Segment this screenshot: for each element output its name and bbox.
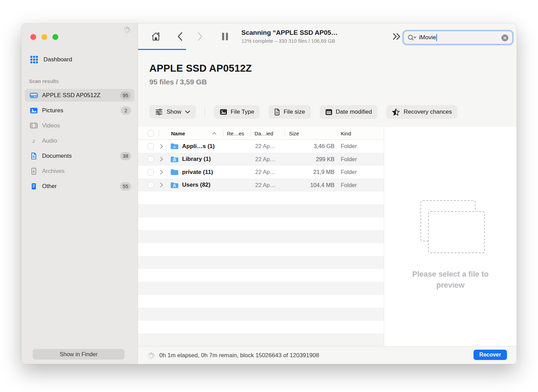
sidebar-item-archives[interactable]: Archives — [25, 165, 134, 177]
pause-scan-button[interactable] — [221, 31, 229, 42]
recover-button[interactable]: Recover — [474, 350, 507, 360]
file-size-label: File size — [283, 109, 305, 115]
show-filter-label: Show — [167, 109, 181, 115]
column-header-recovery[interactable]: Re…es — [227, 127, 244, 140]
videos-icon — [30, 123, 38, 128]
file-name: Users (82) — [182, 179, 210, 192]
file-size: 299 KB — [285, 153, 335, 166]
folder-applications-icon: A — [170, 140, 179, 153]
forward-button[interactable] — [195, 31, 205, 42]
file-name: Appli…s (1) — [182, 140, 215, 153]
close-window-button[interactable] — [30, 34, 36, 40]
select-all-checkbox[interactable] — [148, 127, 154, 140]
column-header-date[interactable]: Da…ied — [255, 127, 273, 140]
table-row[interactable]: Users (82) 22 Ap… 104,4 MB Folder — [138, 179, 384, 192]
file-name: private (11) — [182, 166, 213, 179]
disclosure-chevron-icon[interactable] — [160, 179, 163, 192]
sidebar-item-videos[interactable]: Videos — [25, 119, 134, 132]
half-star-icon — [392, 108, 400, 116]
scan-progress-text: 12% complete – 330 310 files / 106,69 GB — [241, 38, 366, 44]
column-header-name[interactable]: Name — [171, 127, 185, 140]
row-checkbox[interactable] — [148, 179, 154, 192]
app-window: Dashboard Scan results APPLE SSD AP0512Z… — [21, 23, 517, 364]
minimize-window-button[interactable] — [41, 34, 47, 40]
file-kind: Folder — [341, 179, 357, 192]
active-tab-indicator — [138, 49, 186, 50]
sidebar-item-label: Videos — [42, 122, 60, 129]
sidebar-item-audio[interactable]: ♪ Audio — [25, 134, 134, 147]
svg-text:A: A — [173, 145, 176, 149]
sort-ascending-icon[interactable] — [212, 127, 217, 140]
folder-users-icon — [170, 179, 179, 192]
sidebar-item-documents[interactable]: Documents 38 — [25, 149, 134, 162]
dashboard-label: Dashboard — [43, 56, 72, 63]
search-icon — [407, 34, 416, 41]
table-row[interactable]: A Appli…s (1) 22 Ap… 3,46 GB Folder — [138, 140, 384, 153]
item-count-badge: 55 — [120, 182, 131, 190]
sidebar-item-label: Audio — [42, 137, 57, 144]
table-row[interactable]: Library (1) 22 Ap… 299 KB Folder — [138, 153, 384, 166]
scan-results-section-label: Scan results — [29, 79, 59, 84]
search-value: iMovie — [419, 34, 436, 41]
sidebar-item-label: APPLE SSD AP0512Z — [42, 92, 100, 99]
file-size-filter-button[interactable]: File size — [269, 105, 310, 119]
scan-title: Scanning “APPLE SSD AP05… — [241, 29, 366, 37]
file-type-icon — [220, 109, 227, 115]
disclosure-chevron-icon[interactable] — [160, 166, 163, 179]
recovery-chances-label: Recovery chances — [404, 109, 452, 115]
preview-panel: Please select a file to preview — [384, 127, 517, 346]
chevron-down-icon — [185, 110, 190, 114]
row-checkbox[interactable] — [148, 140, 154, 153]
file-size: 21,9 MB — [285, 166, 335, 179]
file-table: Name Re…es Da…ied Size Kind — [138, 127, 384, 346]
dashboard-grid-icon — [30, 56, 38, 63]
audio-icon: ♪ — [30, 137, 38, 144]
show-filter-button[interactable]: Show — [149, 105, 196, 119]
file-size: 104,4 MB — [285, 179, 335, 192]
file-type-filter-button[interactable]: File Type — [214, 105, 260, 119]
table-row[interactable]: private (11) 22 Ap… 21,9 MB Folder — [138, 166, 384, 179]
sidebar-item-pictures[interactable]: Pictures 2 — [25, 104, 134, 117]
file-date: 22 Ap… — [255, 153, 276, 166]
text-cursor — [436, 34, 437, 41]
archives-icon — [30, 168, 38, 175]
table-body: A Appli…s (1) 22 Ap… 3,46 GB Folder Lib — [138, 140, 384, 346]
file-size: 3,46 GB — [285, 140, 335, 153]
item-count-badge: 38 — [120, 152, 131, 160]
preview-placeholder-text: Please select a file to preview — [407, 269, 494, 291]
sidebar-item-label: Pictures — [42, 107, 63, 114]
documents-icon — [30, 153, 38, 159]
scan-results-list: APPLE SSD AP0512Z 95 Pictures 2 Videos ♪… — [25, 89, 134, 195]
recovery-chances-filter-button[interactable]: Recovery chances — [386, 105, 457, 119]
status-bar: 0h 1m elapsed, 0h 7m remain, block 15026… — [138, 346, 517, 364]
file-date: 22 Ap… — [255, 179, 276, 192]
file-kind: Folder — [341, 166, 357, 179]
sidebar-item-apple-ssd[interactable]: APPLE SSD AP0512Z 95 — [25, 89, 134, 102]
sidebar-item-dashboard[interactable]: Dashboard — [25, 53, 134, 66]
disclosure-chevron-icon[interactable] — [160, 153, 163, 166]
row-checkbox[interactable] — [148, 166, 154, 179]
scan-status-block: Scanning “APPLE SSD AP05… 12% complete –… — [241, 29, 366, 44]
row-checkbox[interactable] — [148, 153, 154, 166]
filter-divider — [205, 106, 205, 118]
file-date: 22 Ap… — [255, 140, 276, 153]
date-modified-filter-button[interactable]: Date modified — [320, 105, 378, 119]
sidebar-item-label: Archives — [42, 168, 64, 175]
column-header-size[interactable]: Size — [289, 127, 299, 140]
show-in-finder-button[interactable]: Show in Finder — [33, 349, 124, 360]
clear-search-button[interactable]: ✕ — [501, 34, 508, 41]
table-header: Name Re…es Da…ied Size Kind — [138, 127, 384, 140]
file-date: 22 Ap… — [255, 166, 276, 179]
column-header-kind[interactable]: Kind — [341, 127, 351, 140]
back-button[interactable] — [175, 31, 185, 42]
home-button[interactable] — [150, 31, 161, 42]
status-spinner-icon — [147, 352, 155, 360]
disclosure-chevron-icon[interactable] — [160, 140, 163, 153]
more-toolbar-items-button[interactable] — [392, 32, 402, 41]
search-input[interactable]: iMovie ✕ — [404, 31, 512, 44]
drive-icon — [30, 92, 38, 99]
item-count-badge: 2 — [121, 106, 131, 115]
sidebar: Dashboard Scan results APPLE SSD AP0512Z… — [21, 23, 138, 364]
sidebar-item-other[interactable]: Other 55 — [25, 180, 134, 193]
zoom-window-button[interactable] — [52, 34, 58, 40]
